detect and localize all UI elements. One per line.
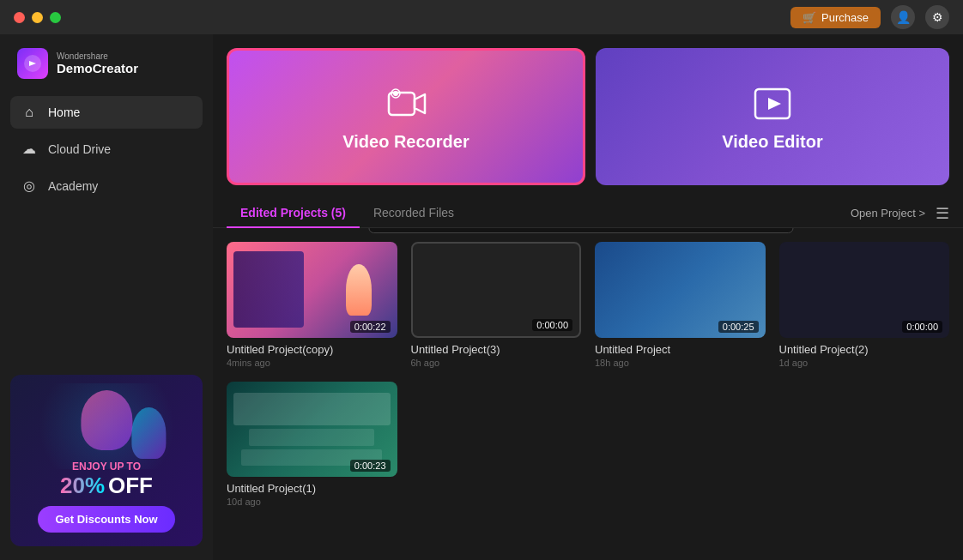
project-thumb-4: 0:00:00: [779, 242, 950, 338]
logo-area: Wondershare DemoCreator: [0, 48, 213, 96]
project-thumb-2: 0:00:00: [411, 242, 582, 338]
promo-enjoy: ENJOY UP TO: [60, 461, 153, 473]
project-name-5: Untitled Project(1): [227, 482, 397, 495]
project-name-4: Untitled Project(2): [779, 343, 950, 356]
traffic-lights: [14, 12, 61, 23]
tab-recorded-label: Recorded Files: [373, 206, 454, 220]
video-recorder-label: Video Recorder: [342, 132, 469, 152]
cart-icon: 🛒: [802, 11, 816, 24]
tab-edited-label: Edited Projects (5): [240, 206, 346, 220]
user-icon: 👤: [896, 10, 911, 24]
project-duration-5: 0:00:23: [350, 460, 391, 472]
nav-items: ⌂ Home ☁ Cloud Drive ◎ Academy: [0, 96, 213, 202]
main-layout: Wondershare DemoCreator ⌂ Home ☁ Cloud D…: [0, 34, 963, 560]
project-time-4: 1d ago: [779, 358, 950, 368]
project-card-4[interactable]: 0:00:00 Untitled Project(2) 1d ago: [779, 242, 950, 368]
project-duration-4: 0:00:00: [902, 321, 942, 333]
project-card-2[interactable]: 0:00:00 /Users/ws/Documents/Wondershare …: [411, 242, 582, 368]
sidebar-item-cloud-drive[interactable]: ☁ Cloud Drive: [10, 132, 203, 166]
project-name-2: Untitled Project(3): [411, 343, 582, 356]
hero-cards: Video Recorder Video Editor: [213, 34, 963, 185]
video-editor-icon: [751, 82, 794, 125]
tab-recorded-files[interactable]: Recorded Files: [360, 199, 468, 228]
purchase-label: Purchase: [821, 11, 869, 24]
get-discounts-button[interactable]: Get Discounts Now: [38, 506, 174, 533]
content-area: Video Recorder Video Editor Edited Proje…: [213, 34, 963, 560]
sidebar-item-home[interactable]: ⌂ Home: [10, 96, 203, 129]
list-view-icon: ☰: [936, 205, 949, 222]
project-time-1: 4mins ago: [227, 358, 397, 368]
project-thumb-3: 0:00:25: [595, 242, 766, 338]
project-thumb-1: 0:00:22: [227, 242, 397, 338]
video-recorder-card[interactable]: Video Recorder: [227, 48, 585, 185]
open-project-button[interactable]: Open Project >: [851, 207, 925, 220]
title-bar-right: 🛒 Purchase 👤 ⚙: [790, 5, 949, 29]
project-duration-3: 0:00:25: [718, 321, 759, 333]
project-name-1: Untitled Project(copy): [227, 343, 397, 356]
brand-name: Wondershare: [57, 51, 138, 61]
project-thumb-5: 0:00:23: [227, 382, 397, 478]
title-bar: 🛒 Purchase 👤 ⚙: [0, 0, 963, 34]
cloud-icon: ☁: [21, 141, 38, 157]
user-avatar[interactable]: 👤: [891, 5, 915, 29]
project-duration-2: 0:00:00: [532, 319, 572, 331]
settings-button[interactable]: ⚙: [925, 5, 949, 29]
project-card-3[interactable]: 0:00:25 Untitled Project 18h ago: [595, 242, 766, 368]
project-time-2: 6h ago: [411, 358, 582, 368]
tabs-row: Edited Projects (5) Recorded Files Open …: [213, 185, 963, 228]
tab-edited-projects[interactable]: Edited Projects (5): [227, 199, 360, 228]
open-project-label: Open Project >: [851, 207, 925, 220]
sidebar-item-academy[interactable]: ◎ Academy: [10, 169, 203, 202]
promo-off: OFF: [108, 473, 153, 499]
promo-text: ENJOY UP TO 20% OFF: [60, 461, 153, 499]
project-tooltip-2: /Users/ws/Documents/Wondershare DemoCrea…: [368, 228, 793, 233]
promo-percent: 20%: [60, 473, 105, 499]
maximize-button[interactable]: [50, 12, 61, 23]
home-icon: ⌂: [21, 105, 38, 120]
projects-grid: 0:00:22 Untitled Project(copy) 4mins ago…: [213, 228, 963, 521]
logo-text: Wondershare DemoCreator: [57, 51, 138, 75]
project-card-5[interactable]: 0:00:23 Untitled Project(1) 10d ago: [227, 382, 397, 508]
sidebar-item-home-label: Home: [48, 105, 80, 119]
minimize-button[interactable]: [32, 12, 43, 23]
promo-banner: ENJOY UP TO 20% OFF Get Discounts Now: [10, 375, 203, 546]
sidebar-item-cloud-drive-label: Cloud Drive: [48, 142, 111, 156]
academy-icon: ◎: [21, 178, 38, 194]
logo-icon: [17, 48, 48, 79]
promo-illustration: [29, 382, 183, 459]
product-name: DemoCreator: [57, 61, 138, 75]
svg-point-2: [393, 91, 398, 96]
close-button[interactable]: [14, 12, 25, 23]
project-card-1[interactable]: 0:00:22 Untitled Project(copy) 4mins ago: [227, 242, 397, 368]
list-view-button[interactable]: ☰: [936, 204, 949, 223]
project-duration-1: 0:00:22: [350, 321, 391, 333]
video-editor-label: Video Editor: [722, 132, 822, 152]
video-recorder-icon: [385, 82, 427, 125]
purchase-button[interactable]: 🛒 Purchase: [790, 7, 881, 28]
project-time-3: 18h ago: [595, 358, 766, 368]
video-editor-card[interactable]: Video Editor: [596, 48, 949, 185]
sidebar: Wondershare DemoCreator ⌂ Home ☁ Cloud D…: [0, 34, 213, 560]
project-time-5: 10d ago: [227, 497, 397, 507]
gear-icon: ⚙: [932, 10, 943, 24]
project-name-3: Untitled Project: [595, 343, 766, 356]
sidebar-item-academy-label: Academy: [48, 179, 98, 193]
